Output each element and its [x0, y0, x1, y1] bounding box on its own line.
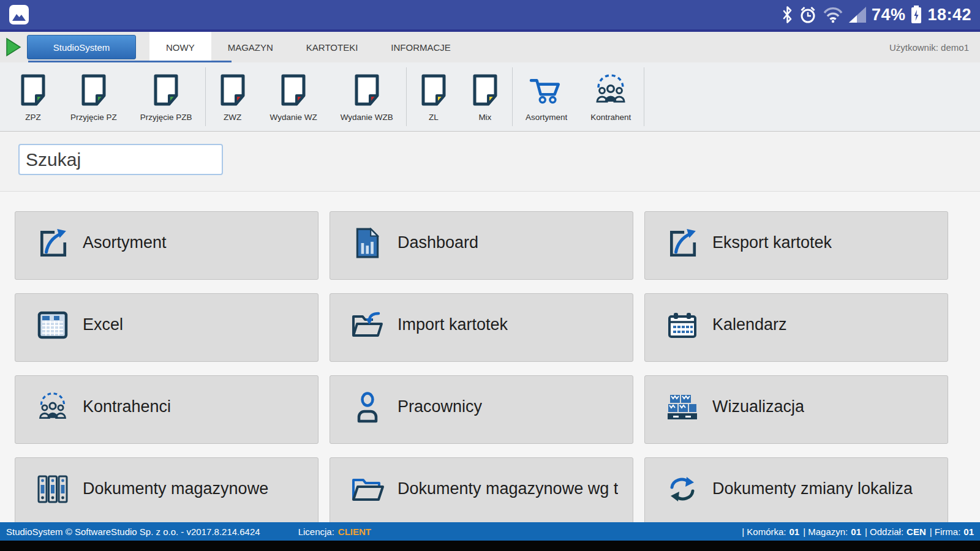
- document-red-fold-icon: [219, 72, 247, 108]
- tile-pracownicy[interactable]: Pracownicy: [330, 375, 633, 444]
- document-yellow-fold-icon: [420, 72, 448, 108]
- ribbon-tabs: NOWY MAGAZYN KARTOTEKI INFORMACJE: [149, 32, 467, 62]
- tile-label: Dokumenty zmiany lokaliza: [712, 473, 913, 504]
- toolbar-item-label: Przyjęcie PZ: [70, 113, 117, 122]
- toolbar-group-receipts: ZPZ Przyjęcie PZ Przyjęcie PZB: [7, 62, 204, 131]
- toolbar-item-przyjecie-pz[interactable]: Przyjęcie PZ: [59, 62, 129, 131]
- alarm-icon: [799, 6, 817, 24]
- warehouse-shelves-icon: [666, 391, 699, 424]
- tile-kalendarz[interactable]: Kalendarz: [644, 293, 948, 362]
- tile-kontrahenci[interactable]: Kontrahenci: [15, 375, 318, 444]
- document-yellow-fold-icon: [471, 72, 499, 108]
- battery-percent: 74%: [872, 6, 906, 24]
- people-group-icon: [36, 391, 69, 424]
- tile-label: Import kartotek: [398, 309, 508, 340]
- tile-eksport-kartotek[interactable]: Eksport kartotek: [644, 211, 948, 280]
- signal-icon: [849, 7, 866, 23]
- toolbar-group-issues: ZWZ Wydanie WZ Wydanie WZB: [207, 62, 405, 131]
- toolbar-item-label: ZPZ: [25, 113, 41, 122]
- toolbar-item-mix[interactable]: Mix: [459, 62, 511, 131]
- tile-label: Dashboard: [398, 227, 478, 258]
- app-button[interactable]: StudioSystem: [27, 35, 136, 59]
- calendar-icon: [666, 309, 699, 342]
- toolbar-divider: [512, 67, 513, 126]
- footer-app-version: StudioSystem © SoftwareStudio Sp. z o.o.…: [6, 527, 260, 537]
- toolbar-item-wydanie-wz[interactable]: Wydanie WZ: [258, 62, 329, 131]
- gallery-icon: [9, 4, 29, 25]
- cart-icon: [529, 72, 564, 108]
- sync-arrows-icon: [666, 473, 699, 506]
- tile-dashboard[interactable]: Dashboard: [330, 211, 633, 280]
- tile-menu: Asortyment Dashboard: [0, 192, 980, 522]
- document-chart-icon: [351, 227, 384, 260]
- clock-time: 18:42: [927, 6, 971, 24]
- tile-asortyment[interactable]: Asortyment: [15, 211, 318, 280]
- search-input[interactable]: [18, 144, 223, 175]
- toolbar-item-zl[interactable]: ZL: [408, 62, 459, 131]
- search-section: [0, 132, 980, 192]
- folder-import-icon: [351, 309, 384, 342]
- tab-kartoteki[interactable]: KARTOTEKI: [290, 32, 374, 62]
- people-group-icon: [593, 72, 628, 108]
- person-icon: [351, 391, 384, 424]
- footer-context-info: | Komórka:01 | Magazyn:01 | Oddział:CEN …: [742, 527, 974, 537]
- document-green-fold-icon: [19, 72, 47, 108]
- tile-label: Kontrahenci: [83, 391, 171, 422]
- app-button-label: StudioSystem: [53, 42, 110, 53]
- document-red-fold-icon: [353, 72, 381, 108]
- toolbar-item-zpz[interactable]: ZPZ: [7, 62, 59, 131]
- tile-label: Wizualizacja: [712, 391, 804, 422]
- toolbar-divider: [644, 67, 644, 126]
- toolbar-item-label: Wydanie WZB: [341, 113, 393, 122]
- toolbar-item-zwz[interactable]: ZWZ: [207, 62, 258, 131]
- document-green-fold-icon: [152, 72, 180, 108]
- toolbar-item-wydanie-wzb[interactable]: Wydanie WZB: [329, 62, 405, 131]
- tile-wizualizacja[interactable]: Wizualizacja: [644, 375, 948, 444]
- tile-excel[interactable]: Excel: [15, 293, 318, 362]
- toolbar-divider: [205, 67, 206, 126]
- ribbon-accent-line: [28, 61, 232, 62]
- export-icon: [36, 227, 69, 260]
- binders-icon: [36, 473, 69, 506]
- toolbar-item-kontrahent[interactable]: Kontrahent: [579, 62, 643, 131]
- tile-dokumenty-zmiany-lokalizacji[interactable]: Dokumenty zmiany lokaliza: [644, 457, 948, 522]
- tile-label: Dokumenty magazynowe: [83, 473, 268, 504]
- export-icon: [666, 227, 699, 260]
- user-label: Użytkownik: demo1: [889, 42, 980, 53]
- ribbon-toolbar: ZPZ Przyjęcie PZ Przyjęcie PZB: [0, 62, 980, 132]
- tile-label: Pracownicy: [398, 391, 482, 422]
- toolbar-item-label: Kontrahent: [590, 113, 631, 122]
- start-button[interactable]: [0, 32, 27, 62]
- menu-bar: StudioSystem NOWY MAGAZYN KARTOTEKI INFO…: [0, 29, 980, 62]
- tab-nowy[interactable]: NOWY: [149, 32, 211, 62]
- toolbar-item-label: Wydanie WZ: [270, 113, 317, 122]
- tile-dokumenty-magazynowe-wg-typow[interactable]: Dokumenty magazynowe wg t: [330, 457, 633, 522]
- toolbar-item-label: Mix: [478, 113, 491, 122]
- toolbar-item-przyjecie-pzb[interactable]: Przyjęcie PZB: [129, 62, 204, 131]
- footer-status-bar: StudioSystem © SoftwareStudio Sp. z o.o.…: [0, 522, 980, 541]
- toolbar-item-asortyment[interactable]: Asortyment: [514, 62, 579, 131]
- footer-magazyn-label: | Magazyn:: [803, 527, 848, 537]
- tile-label: Kalendarz: [712, 309, 787, 340]
- battery-icon: [911, 6, 922, 24]
- tab-informacje[interactable]: INFORMACJE: [374, 32, 467, 62]
- toolbar-divider: [406, 67, 407, 126]
- tile-label: Excel: [83, 309, 123, 340]
- play-icon: [6, 37, 21, 57]
- toolbar-item-label: Asortyment: [526, 113, 567, 122]
- footer-oddzial-label: | Oddział:: [865, 527, 903, 537]
- tab-magazyn[interactable]: MAGAZYN: [211, 32, 290, 62]
- footer-license-value: CLIENT: [338, 527, 371, 537]
- tile-import-kartotek[interactable]: Import kartotek: [330, 293, 633, 362]
- toolbar-item-label: ZWZ: [224, 113, 241, 122]
- footer-license-label: Licencja:: [298, 527, 334, 537]
- tile-dokumenty-magazynowe[interactable]: Dokumenty magazynowe: [15, 457, 318, 522]
- document-red-fold-icon: [279, 72, 307, 108]
- spreadsheet-icon: [36, 309, 69, 342]
- footer-firma-value: 01: [963, 527, 974, 537]
- toolbar-item-label: ZL: [429, 113, 439, 122]
- document-green-fold-icon: [80, 72, 108, 108]
- bluetooth-icon: [782, 6, 793, 24]
- tile-label: Dokumenty magazynowe wg t: [398, 473, 618, 504]
- footer-magazyn-value: 01: [851, 527, 861, 537]
